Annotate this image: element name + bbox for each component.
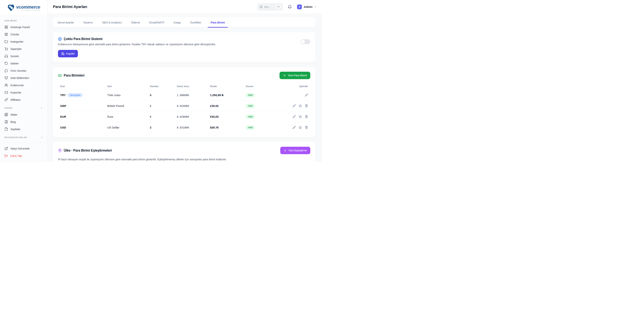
map-pin-icon	[58, 149, 62, 152]
sidebar-item-kategoriler[interactable]: Kategoriler	[0, 38, 48, 45]
currency-symbol: ₺	[150, 93, 177, 97]
sidebar-item-label: Slider	[10, 113, 17, 116]
table-row-eur: EUREuro€0.028000€35,03Aktif	[60, 111, 308, 122]
chat-icon	[4, 69, 8, 72]
tab-ozellikler[interactable]: Özellikler	[187, 17, 204, 27]
multi-currency-toggle[interactable]	[300, 39, 310, 44]
sidebar-section-label: ENTEGRASYONLAR	[4, 136, 27, 139]
sidebar-item-label: Siparişler	[10, 47, 22, 50]
currencies-title: Para Birimleri	[64, 73, 84, 77]
favorite-button[interactable]	[299, 104, 302, 107]
notifications-bell-icon[interactable]	[288, 5, 292, 9]
sidebar-item-label: Sayfalar	[10, 128, 20, 131]
edit-button[interactable]	[292, 115, 296, 118]
delete-button[interactable]	[305, 126, 308, 129]
sidebar-item-affiliates[interactable]: Affiliates	[0, 96, 48, 103]
default-badge: Varsayılan	[68, 93, 82, 97]
images-icon	[4, 113, 8, 116]
currency-code: TRY	[60, 93, 66, 97]
mappings-title: Ülke - Para Birimi Eşleştirmeleri	[64, 149, 112, 152]
currency-code: GBP	[60, 104, 66, 107]
plus-icon	[284, 149, 287, 152]
add-currency-button[interactable]: Yeni Para Birimi	[280, 72, 310, 79]
delete-button[interactable]	[305, 115, 308, 118]
settings-tabs: Genel AyarlarTasarımSEO & AnalyticsÖdeme…	[53, 17, 316, 27]
user-menu[interactable]: Admin	[304, 5, 312, 8]
plus-icon	[283, 74, 286, 77]
table-row-usd: USDUS Dollar$0.031000$38.78Aktif	[60, 122, 308, 133]
chevron-down-icon[interactable]	[314, 5, 317, 8]
table-row-try: TRYVarsayılanTürk Lirası₺1.0000001.250,9…	[60, 90, 308, 101]
save-icon	[61, 52, 64, 55]
sidebar-item-label: Stok Bildirimleri	[10, 76, 29, 79]
search-icon	[260, 5, 262, 8]
sidebar-item-label: Gösterge Paneli	[10, 26, 30, 29]
chevron-up-icon[interactable]	[40, 136, 43, 139]
sidebar-item-urunler[interactable]: Ürünler	[0, 31, 48, 38]
app-root: vcommerce E-TİCARET YAZILIMI ANA MENÜGös…	[0, 0, 322, 162]
favorite-button[interactable]	[299, 115, 302, 118]
tab-genel-ayarlar[interactable]: Genel Ayarlar	[54, 17, 77, 27]
sidebar-section-i-ceri-k: İÇERİK	[0, 103, 48, 111]
sidebar-item-label: Destek	[10, 55, 19, 58]
tab-tasarim[interactable]: Tasarım	[80, 17, 96, 27]
sidebar-item-i-adeler[interactable]: İadeler	[0, 60, 48, 67]
chevron-up-icon[interactable]	[40, 107, 43, 109]
sidebar-section-label: ANA MENÜ	[4, 19, 17, 22]
status-badge: Aktif	[246, 93, 255, 97]
currency-name: Türk Lirası	[107, 93, 150, 97]
sidebar-item-siparisler[interactable]: Siparişler	[0, 45, 48, 52]
sidebar-section-entegrasyonlar: ENTEGRASYONLAR	[0, 133, 48, 140]
column-header-kod: Kod	[60, 85, 107, 88]
sidebar-item-kuponlar[interactable]: Kuponlar	[0, 89, 48, 96]
ticket-icon	[4, 91, 8, 94]
tab-odeme[interactable]: Ödeme	[128, 17, 143, 27]
sidebar-section-ana-menu: ANA MENÜ	[0, 16, 48, 23]
currency-code: EUR	[60, 115, 66, 118]
main-area: Para Birimi Ayarları Ara... ⌘K A Admin G…	[48, 0, 322, 162]
sidebar-item-kullanicilar[interactable]: Kullanıcılar	[0, 81, 48, 89]
currency-name: British Pound	[107, 104, 150, 107]
example-price: 1.250,99 ₺	[210, 93, 246, 97]
edit-button[interactable]	[305, 93, 308, 97]
avatar[interactable]: A	[297, 4, 302, 9]
sidebar-item-slider[interactable]: Slider	[0, 111, 48, 118]
sidebar-item-stok-bildirimleri[interactable]: Stok Bildirimleri	[0, 74, 48, 81]
exchange-rate: 0.028000	[177, 115, 210, 118]
currency-name: US Dollar	[107, 126, 150, 129]
sidebar-item-urun-sorulari[interactable]: Ürün Soruları	[0, 67, 48, 74]
save-button[interactable]: Kaydet	[58, 50, 78, 57]
search-input[interactable]: Ara... ⌘K	[257, 3, 283, 10]
cart-icon	[4, 47, 8, 51]
column-header-i-sim: İsim	[107, 85, 150, 88]
brand-name: vcommerce	[16, 5, 40, 9]
tab-email-smtp[interactable]: Email/SMTP	[146, 17, 167, 27]
column-header-ornek: Örnek	[210, 85, 246, 88]
sidebar-item-blog[interactable]: Blog	[0, 118, 48, 125]
currency-symbol: $	[150, 126, 177, 129]
logout-icon	[4, 154, 8, 158]
sidebar-item-label: İadeler	[10, 62, 19, 65]
sidebar-item-cikis-yap[interactable]: Çıkış Yap	[0, 152, 48, 159]
tab-seo-analytics[interactable]: SEO & Analytics	[99, 17, 125, 27]
sidebar-item-destek[interactable]: Destek	[0, 52, 48, 60]
headphones-icon	[4, 54, 8, 58]
sidebar-item-siteyi-goruntule[interactable]: Siteyi Görüntüle	[0, 145, 48, 152]
currencies-card: Para Birimleri Yeni Para Birimi KodİsimS…	[53, 67, 316, 137]
add-mapping-button[interactable]: Yeni Eşleştirme	[280, 147, 310, 154]
sidebar-item-gosterge-paneli[interactable]: Gösterge Paneli	[0, 23, 48, 31]
file-icon	[4, 127, 8, 131]
tab-para-birimi[interactable]: Para Birimi	[208, 17, 228, 27]
sidebar-item-label: Ürün Soruları	[10, 69, 26, 72]
globe-icon	[58, 37, 62, 41]
example-price: €35,03	[210, 115, 246, 118]
tab-kargo[interactable]: Kargo	[171, 17, 184, 27]
column-header-doviz-kuru: Döviz Kuru	[177, 85, 210, 88]
edit-button[interactable]	[292, 126, 296, 129]
content: Genel AyarlarTasarımSEO & AnalyticsÖdeme…	[48, 14, 322, 162]
sidebar-item-sayfalar[interactable]: Sayfalar	[0, 125, 48, 133]
brand-logo[interactable]: vcommerce E-TİCARET YAZILIMI	[0, 0, 48, 16]
favorite-button[interactable]	[299, 126, 302, 129]
edit-button[interactable]	[292, 104, 296, 107]
delete-button[interactable]	[305, 104, 308, 107]
